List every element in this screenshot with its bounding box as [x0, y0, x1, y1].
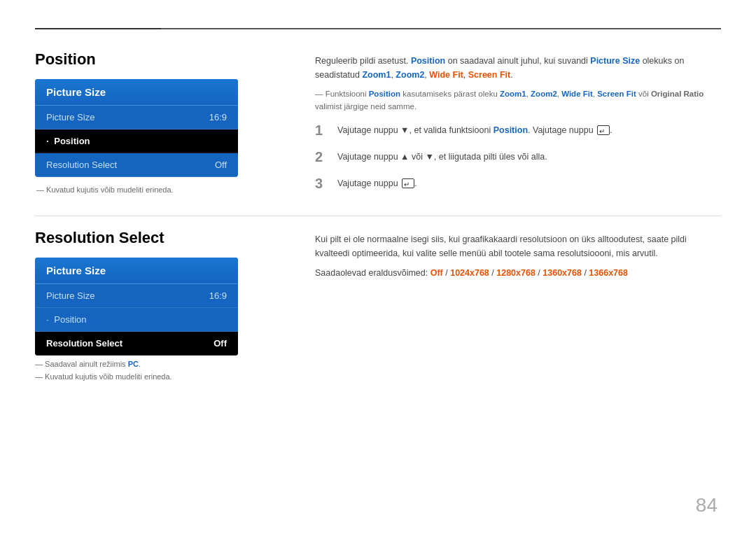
res-menu-resolution-value: Off: [214, 338, 227, 349]
step-2: 2 Vajutage nuppu ▲ või ▼, et liigutada p…: [315, 148, 721, 165]
slash-2: /: [489, 268, 496, 278]
position-right: Reguleerib pildi asetust. Position on sa…: [315, 50, 721, 202]
menu-item-picture-size[interactable]: Picture Size 16:9: [35, 106, 238, 129]
func-zoom2: Zoom2: [531, 90, 557, 98]
func-position: Position: [369, 90, 400, 98]
step-1-num: 1: [315, 122, 329, 139]
menu-item-resolution-value: Off: [215, 160, 227, 170]
steps-container: 1 Vajutage nuppu ▼, et valida funktsioon…: [315, 122, 721, 192]
res-dot-prefix: ·: [46, 314, 51, 325]
step-1: 1 Vajutage nuppu ▼, et valida funktsioon…: [315, 122, 721, 139]
res-menu-resolution-label: Resolution Select: [46, 338, 122, 349]
slash-4: /: [582, 268, 589, 278]
position-section: Position Picture Size Picture Size 16:9 …: [35, 50, 721, 202]
resolution-note-1: Saadaval ainult režiimis PC.: [35, 360, 287, 368]
position-highlight-2: Picture Size: [590, 56, 640, 66]
position-highlight-4: Zoom2: [396, 70, 424, 80]
position-highlight-3: Zoom1: [362, 70, 391, 80]
step1-position: Position: [493, 125, 528, 135]
func-screenfit: Screen Fit: [597, 90, 636, 98]
step-3-text: Vajutage nuppu .: [337, 175, 417, 190]
func-originalratio: Original Ratio: [651, 90, 704, 98]
position-title: Position: [35, 50, 287, 69]
available-1024: 1024x768: [450, 268, 489, 278]
step-2-num: 2: [315, 148, 329, 165]
step-3-num: 3: [315, 175, 329, 192]
slash-1: /: [443, 268, 450, 278]
available-off: Off: [430, 268, 443, 278]
position-note-text: — Funktsiooni Position kasutamiseks pära…: [315, 87, 721, 113]
step-3: 3 Vajutage nuppu .: [315, 175, 721, 192]
func-zoom1: Zoom1: [500, 90, 526, 98]
res-menu-item-position[interactable]: · Position: [35, 308, 238, 332]
position-menu-box: Picture Size Picture Size 16:9 · Positio…: [35, 79, 238, 177]
menu-item-picture-size-label: Picture Size: [46, 112, 94, 122]
func-widefit: Wide Fit: [561, 90, 593, 98]
enter-icon-1: [597, 125, 610, 135]
step-2-text: Vajutage nuppu ▲ või ▼, et liigutada pil…: [337, 148, 547, 164]
step-1-text: Vajutage nuppu ▼, et valida funktsiooni …: [337, 122, 612, 137]
position-menu-header: Picture Size: [35, 79, 238, 106]
resolution-menu-box: Picture Size Picture Size 16:9 · Positio…: [35, 258, 238, 356]
res-menu-picture-size-value: 16:9: [209, 290, 227, 301]
available-1280: 1280x768: [496, 268, 536, 278]
position-highlight-6: Screen Fit: [468, 70, 510, 80]
page-number: 84: [696, 494, 718, 517]
menu-item-position-label: · Position: [46, 136, 90, 146]
position-highlight-1: Position: [411, 56, 445, 66]
resolution-right: Kui pilt ei ole normaalne isegi siis, ku…: [315, 229, 721, 381]
resolution-title: Resolution Select: [35, 229, 287, 247]
menu-item-resolution-select[interactable]: Resolution Select Off: [35, 153, 238, 177]
res-menu-item-picture-size[interactable]: Picture Size 16:9: [35, 284, 238, 308]
resolution-menu-header: Picture Size: [35, 258, 238, 284]
position-highlight-5: Wide Fit: [429, 70, 463, 80]
res-menu-picture-size-label: Picture Size: [46, 290, 94, 301]
available-1360: 1360x768: [542, 268, 582, 278]
pc-link: PC: [128, 360, 139, 368]
position-note: Kuvatud kujutis võib mudeliti erineda.: [35, 185, 287, 194]
available-1366: 1366x768: [589, 268, 628, 278]
resolution-desc: Kui pilt ei ole normaalne isegi siis, ku…: [315, 232, 721, 260]
available-prefix: Saadaolevad eraldusvõimed:: [315, 268, 430, 278]
dot-prefix: ·: [46, 136, 51, 146]
resolution-available: Saadaolevad eraldusvõimed: Off / 1024x76…: [315, 266, 721, 280]
resolution-note-2: Kuvatud kujutis võib mudeliti erineda.: [35, 372, 287, 381]
menu-item-picture-size-value: 16:9: [209, 112, 227, 122]
resolution-left: Resolution Select Picture Size Picture S…: [35, 229, 287, 381]
enter-icon-3: [402, 178, 414, 188]
position-left: Position Picture Size Picture Size 16:9 …: [35, 50, 287, 202]
page-container: Position Picture Size Picture Size 16:9 …: [0, 0, 756, 534]
res-menu-item-resolution[interactable]: Resolution Select Off: [35, 332, 238, 356]
top-divider: [35, 28, 721, 29]
menu-item-position[interactable]: · Position: [35, 129, 238, 153]
res-menu-position-label: · Position: [46, 314, 86, 325]
position-desc: Reguleerib pildi asetust. Position on sa…: [315, 54, 721, 82]
menu-item-resolution-label: Resolution Select: [46, 160, 117, 170]
slash-3: /: [536, 268, 542, 278]
section-divider: [35, 216, 721, 216]
resolution-section: Resolution Select Picture Size Picture S…: [35, 229, 721, 381]
